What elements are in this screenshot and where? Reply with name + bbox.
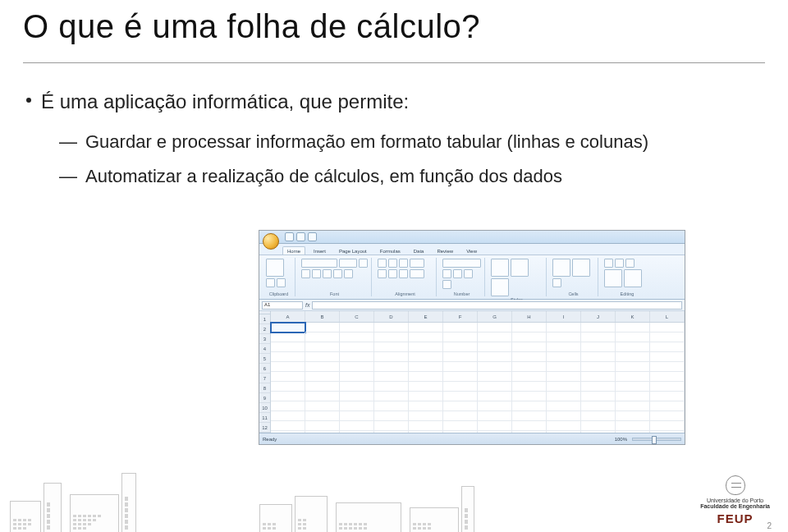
- cell: [616, 421, 650, 431]
- cell: [512, 401, 547, 411]
- cell: [547, 362, 581, 372]
- zoom-slider-icon: [632, 438, 681, 441]
- cell: [616, 362, 650, 372]
- ribbon-group-label: Cells: [552, 291, 594, 296]
- university-crest-icon: [726, 475, 745, 495]
- cell: [650, 342, 685, 352]
- status-bar: Ready 100%: [259, 433, 685, 444]
- column-header: F: [443, 311, 478, 322]
- slide-title: O que é uma folha de cálculo?: [23, 8, 480, 45]
- cell: [271, 401, 305, 411]
- cell: [409, 372, 443, 382]
- align-right-icon: [399, 269, 408, 278]
- cell: [478, 401, 512, 411]
- cell: [547, 421, 581, 431]
- cell: [409, 342, 443, 352]
- row-header: 10: [259, 403, 270, 413]
- cell: [409, 362, 443, 372]
- cell: [305, 411, 340, 421]
- cell: [512, 372, 547, 382]
- column-headers: A B C D E F G H I J K L: [271, 311, 685, 323]
- cell: [409, 352, 443, 362]
- cell: [616, 323, 650, 332]
- row-header: 6: [259, 364, 270, 374]
- cell: [581, 332, 616, 342]
- ribbon-tab: Data: [409, 246, 429, 255]
- bullet-item: É uma aplicação informática, que permite…: [26, 89, 749, 115]
- copy-icon: [277, 278, 286, 287]
- qat-redo-icon: [308, 232, 317, 241]
- cell: [443, 342, 478, 352]
- cell: [271, 392, 305, 401]
- ribbon-tab: Insert: [309, 246, 331, 255]
- align-bot-icon: [399, 259, 408, 268]
- cell: [443, 362, 478, 372]
- cell: [374, 332, 409, 342]
- cell: [616, 332, 650, 342]
- align-center-icon: [388, 269, 397, 278]
- cell: [374, 372, 409, 382]
- bullet-text: É uma aplicação informática, que permite…: [41, 89, 409, 115]
- dash-marker-icon: —: [59, 130, 77, 154]
- underline-icon: [312, 269, 321, 278]
- ribbon-tab: Formulas: [375, 246, 405, 255]
- cell: [547, 392, 581, 401]
- cell: [581, 372, 616, 382]
- ribbon-group-label: Editing: [604, 291, 650, 296]
- cell: [271, 421, 305, 431]
- cell: [340, 421, 374, 431]
- cell: [271, 323, 305, 332]
- ribbon-tab: Home: [282, 246, 305, 255]
- cell: [409, 332, 443, 342]
- column-header: I: [547, 311, 581, 322]
- column-header: J: [581, 311, 616, 322]
- column-header: L: [650, 311, 685, 322]
- row-header: 2: [259, 324, 270, 334]
- cell: [271, 332, 305, 342]
- subbullet-item: — Automatizar a realização de cálculos, …: [59, 164, 749, 189]
- sort-filter-icon: [604, 269, 622, 287]
- cell: [340, 323, 374, 332]
- column-header: H: [512, 311, 547, 322]
- cell: [478, 421, 512, 431]
- cell: [512, 323, 547, 332]
- cell: [443, 323, 478, 332]
- cell: [340, 372, 374, 382]
- buildings-artwork: [0, 452, 788, 532]
- cell: [478, 372, 512, 382]
- cell: [547, 411, 581, 421]
- cell: [512, 342, 547, 352]
- cell: [547, 401, 581, 411]
- cell-row: [271, 382, 685, 392]
- cell: [650, 372, 685, 382]
- align-mid-icon: [388, 259, 397, 268]
- cell: [340, 332, 374, 342]
- cell: [581, 342, 616, 352]
- qat-undo-icon: [296, 232, 305, 241]
- cell: [581, 421, 616, 431]
- cell-row: [271, 362, 685, 372]
- row-header: 7: [259, 374, 270, 383]
- row-header: 3: [259, 334, 270, 344]
- cell: [374, 323, 409, 332]
- ribbon-group-label: Font: [301, 291, 368, 296]
- fill-color-icon: [333, 269, 342, 278]
- cell: [478, 362, 512, 372]
- cell: [409, 411, 443, 421]
- cell: [478, 323, 512, 332]
- cell: [271, 352, 305, 362]
- ribbon-tabs: Home Insert Page Layout Formulas Data Re…: [259, 244, 685, 255]
- font-size-icon: [339, 259, 357, 268]
- fill-icon: [615, 259, 624, 268]
- cell: [478, 332, 512, 342]
- ribbon-group-label: Alignment: [378, 291, 433, 296]
- cell: [305, 382, 340, 392]
- cell: [305, 342, 340, 352]
- cell: [512, 362, 547, 372]
- cell: [374, 382, 409, 392]
- cell-row: [271, 411, 685, 421]
- autosum-icon: [604, 259, 613, 268]
- ribbon-group: Styles: [488, 258, 547, 296]
- cell: [547, 342, 581, 352]
- cell: [650, 323, 685, 332]
